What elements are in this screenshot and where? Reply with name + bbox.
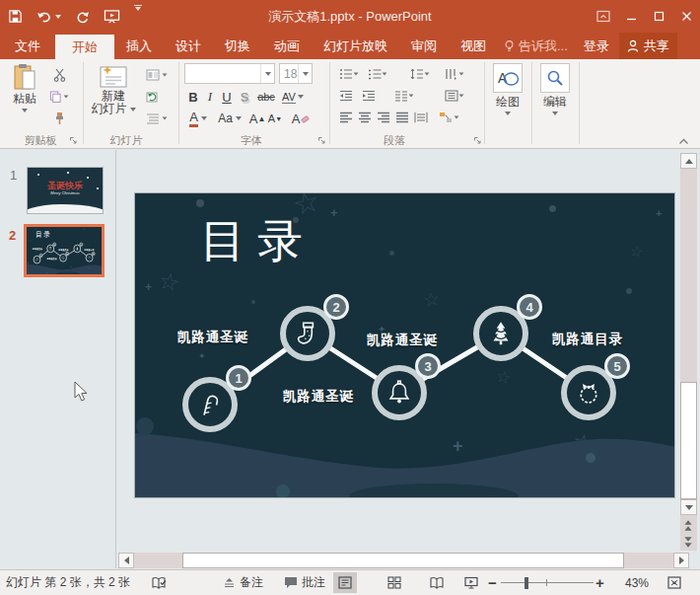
justify-button[interactable] <box>392 108 412 127</box>
strikethrough-button[interactable]: abc <box>254 87 278 107</box>
copy-button[interactable] <box>49 87 69 107</box>
font-name-dropdown[interactable] <box>260 64 274 83</box>
ribbon-display-options-button[interactable] <box>590 0 617 33</box>
tell-me-button[interactable]: 告诉我... <box>498 33 574 59</box>
convert-smartart-button[interactable] <box>434 108 463 127</box>
sign-in-button[interactable]: 登录 <box>574 33 619 59</box>
dialog-launcher-clipboard[interactable] <box>69 134 79 144</box>
view-slideshow-button[interactable] <box>459 572 483 593</box>
decrease-indent-button[interactable] <box>336 86 356 106</box>
tab-home[interactable]: 开始 <box>55 35 114 59</box>
align-text-button[interactable] <box>440 86 469 106</box>
tab-transitions[interactable]: 切换 <box>213 33 262 59</box>
node-label-4[interactable]: 凯路通目录 <box>83 249 96 252</box>
clear-formatting-button[interactable]: A <box>290 109 312 128</box>
collapse-ribbon-button[interactable] <box>678 134 692 144</box>
align-right-button[interactable] <box>374 108 393 127</box>
zoom-slider[interactable] <box>501 570 594 595</box>
character-spacing-button[interactable]: AV <box>282 87 304 107</box>
previous-slide-button[interactable] <box>684 520 692 531</box>
tab-review[interactable]: 审阅 <box>399 33 449 59</box>
save-button[interactable] <box>8 5 23 29</box>
zoom-slider-handle[interactable] <box>525 577 528 589</box>
slide-thumbnail-1[interactable]: 圣诞快乐 Merry Christmas <box>27 167 104 214</box>
change-case-button[interactable]: Aa <box>215 109 245 128</box>
bold-button[interactable]: B <box>185 87 201 107</box>
increase-indent-button[interactable] <box>359 86 379 106</box>
fit-slide-to-window-button[interactable] <box>663 572 686 593</box>
zoom-out-button[interactable]: − <box>488 570 497 595</box>
redo-button[interactable] <box>75 5 90 29</box>
scroll-right-button[interactable] <box>673 553 689 568</box>
maximize-button[interactable] <box>645 0 672 33</box>
align-left-button[interactable] <box>336 108 356 127</box>
tab-insert[interactable]: 插入 <box>114 33 164 59</box>
vertical-scroll-thumb[interactable] <box>680 382 697 499</box>
text-direction-button[interactable] <box>440 64 469 84</box>
undo-dropdown-caret[interactable] <box>55 15 61 19</box>
section-button[interactable] <box>142 109 172 128</box>
slide-thumbnail-2[interactable]: ☆ ☆ ☆ ☆ ☆ ☆ ☆ + + ✦ + + ✦ 目录 <box>24 224 105 277</box>
format-painter-button[interactable] <box>49 109 69 128</box>
next-slide-button[interactable] <box>684 537 692 548</box>
line-spacing-button[interactable] <box>406 64 434 84</box>
copy-icon <box>49 90 61 104</box>
snow-dot <box>87 177 89 179</box>
scroll-down-button[interactable] <box>680 499 697 515</box>
text-shadow-button[interactable]: S <box>237 87 252 107</box>
paste-button[interactable]: 粘贴 <box>4 61 45 131</box>
new-slide-button[interactable]: 新建 幻灯片 <box>89 61 138 131</box>
font-color-button[interactable]: A <box>185 109 211 128</box>
spellcheck-button[interactable] <box>152 570 167 595</box>
dialog-launcher-font[interactable] <box>317 134 327 144</box>
node-label-4[interactable]: 凯路通目录 <box>542 331 633 348</box>
drawing-button[interactable]: A 绘图 <box>488 61 527 131</box>
status-slide-info[interactable]: 幻灯片 第 2 张，共 2 张 <box>6 570 130 595</box>
font-size-combobox[interactable]: 18 <box>279 63 313 84</box>
share-button[interactable]: 共享 <box>619 33 677 59</box>
node-label-1[interactable]: 凯路通圣诞 <box>168 329 258 346</box>
view-slide-sorter-button[interactable] <box>383 572 406 593</box>
view-reading-button[interactable] <box>425 572 449 593</box>
scroll-left-button[interactable] <box>118 553 134 568</box>
dialog-launcher-paragraph[interactable] <box>473 134 483 144</box>
scroll-up-button[interactable] <box>680 153 697 169</box>
shrink-font-button[interactable]: A▼ <box>266 109 284 128</box>
node-label-2[interactable]: 凯路通圣诞 <box>357 332 448 349</box>
font-name-combobox[interactable] <box>184 63 275 84</box>
tab-view[interactable]: 视图 <box>449 33 498 59</box>
start-slideshow-button[interactable] <box>104 5 120 29</box>
columns-button[interactable] <box>390 86 418 106</box>
align-center-button[interactable] <box>355 108 375 127</box>
horizontal-scroll-thumb[interactable] <box>182 553 624 568</box>
tab-file[interactable]: 文件 <box>0 33 55 59</box>
numbering-button[interactable] <box>365 64 390 84</box>
distribute-button[interactable] <box>411 108 431 127</box>
tab-design[interactable]: 设计 <box>164 33 213 59</box>
node-label-1[interactable]: 凯路通圣诞 <box>32 248 44 251</box>
editing-button[interactable]: 编辑 <box>535 61 575 131</box>
node-label-3[interactable]: 凯路通圣诞 <box>45 257 58 260</box>
notes-button[interactable]: 备注 <box>223 570 263 595</box>
minimize-button[interactable] <box>617 0 645 33</box>
tab-slideshow[interactable]: 幻灯片放映 <box>312 33 399 59</box>
zoom-in-button[interactable]: + <box>595 570 604 595</box>
zoom-percentage[interactable]: 43% <box>625 570 649 595</box>
font-size-dropdown[interactable] <box>298 64 312 83</box>
slide-canvas[interactable]: ☆ ☆ ☆ ☆ ☆ ☆ ☆ + + ✦ + + ✦ 目录 <box>134 192 675 498</box>
tab-animations[interactable]: 动画 <box>262 33 312 59</box>
italic-button[interactable]: I <box>203 87 217 107</box>
node-label-2[interactable]: 凯路通圣诞 <box>57 249 70 252</box>
reset-button[interactable] <box>142 87 162 107</box>
undo-button[interactable] <box>36 5 61 29</box>
node-label-3[interactable]: 凯路通圣诞 <box>273 388 364 406</box>
underline-button[interactable]: U <box>219 87 235 107</box>
close-button[interactable] <box>672 0 700 33</box>
layout-button[interactable] <box>142 65 172 85</box>
qat-customize-button[interactable] <box>134 5 142 29</box>
view-normal-button[interactable] <box>333 572 357 593</box>
cut-button[interactable] <box>49 65 69 85</box>
comments-button[interactable]: 批注 <box>284 570 325 595</box>
bullets-button[interactable] <box>336 64 362 84</box>
grow-font-button[interactable]: A▲ <box>248 109 266 128</box>
